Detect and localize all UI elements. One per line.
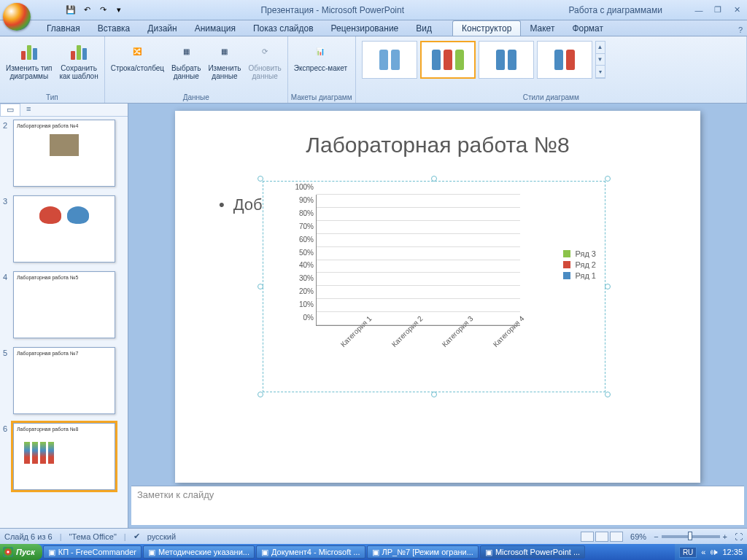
minimize-button[interactable]: — (692, 5, 706, 15)
ribbon: Изменить тип диаграммы Сохранить как шаб… (0, 36, 747, 104)
tab-slideshow[interactable]: Показ слайдов (244, 21, 322, 36)
chart-style-2[interactable] (420, 41, 476, 79)
taskbar-item[interactable]: ▣Microsoft PowerPoint ... (480, 545, 585, 559)
app-icon: ▣ (372, 548, 379, 557)
group-layouts-label: Макеты диаграмм (291, 93, 352, 103)
refresh-data-button[interactable]: ⟳ Обновить данные (245, 38, 284, 82)
taskbar-item[interactable]: ▣ЛР_№7 [Режим ограни... (367, 545, 479, 559)
zoom-out-icon[interactable]: − (654, 532, 658, 541)
group-data-label: Данные (108, 93, 285, 103)
normal-view-button[interactable] (581, 532, 594, 542)
fit-to-window-icon[interactable]: ⛶ (735, 532, 743, 541)
taskbar-item[interactable]: ▣Методические указани... (143, 545, 255, 559)
zoom-slider[interactable]: − + (654, 532, 727, 541)
x-tick-label: Категория 2 (390, 314, 424, 349)
refresh-icon: ⟳ (253, 39, 276, 63)
slide-canvas[interactable]: Лабораторная работа №8 Добавление диагра… (175, 111, 700, 483)
chart-legend[interactable]: Ряд 3Ряд 2Ряд 1 (563, 247, 596, 282)
y-tick-label: 100% (287, 183, 314, 191)
sorter-view-button[interactable] (595, 532, 608, 542)
chart-object[interactable]: Категория 1 Категория 2 Категория 3 Кате… (263, 181, 605, 392)
chart-plot-area[interactable]: Категория 1 Категория 2 Категория 3 Кате… (316, 195, 520, 326)
bar-column[interactable]: Категория 4 (481, 195, 508, 325)
taskbar-item[interactable]: ▣Документ4 - Microsoft ... (256, 545, 365, 559)
tab-chart-layout[interactable]: Макет (521, 21, 563, 36)
legend-item[interactable]: Ряд 1 (563, 271, 596, 280)
switch-icon: 🔀 (125, 39, 149, 63)
slide-thumbnail[interactable]: Лабораторная работа №5 (13, 271, 115, 338)
scroll-up-icon[interactable]: ▲ (596, 42, 605, 54)
thumb-tab-outline[interactable]: ≡ (20, 104, 36, 116)
restore-button[interactable]: ❐ (711, 5, 725, 15)
help-icon[interactable]: ? (734, 24, 747, 36)
chart-styles-gallery: ▲ ▼ ▾ (359, 38, 608, 82)
start-button[interactable]: Пуск (0, 544, 42, 560)
x-tick-label: Категория 1 (339, 314, 374, 349)
y-tick-label: 70% (287, 222, 314, 230)
slide-thumbnail[interactable]: Лабораторная работа №8 (13, 423, 115, 490)
zoom-in-icon[interactable]: + (723, 532, 727, 541)
slide-counter: Слайд 6 из 6 (4, 532, 53, 541)
tab-review[interactable]: Рецензирование (322, 21, 408, 36)
y-tick-label: 80% (287, 209, 314, 217)
context-tool-title: Работа с диаграммами (540, 5, 692, 15)
legend-item[interactable]: Ряд 2 (563, 260, 596, 269)
app-icon: ▣ (148, 548, 155, 557)
switch-row-col-button[interactable]: 🔀 Строка/столбец (108, 38, 167, 74)
language-indicator[interactable]: RU (679, 547, 697, 558)
y-tick-label: 0% (287, 314, 314, 322)
notes-pane[interactable]: Заметки к слайду (131, 486, 744, 525)
gallery-more-icon[interactable]: ▾ (596, 66, 605, 78)
app-icon: ▣ (261, 548, 268, 557)
save-as-template-button[interactable]: Сохранить как шаблон (56, 38, 101, 82)
save-icon[interactable]: 💾 (64, 4, 77, 17)
slide-thumbnail[interactable]: Лабораторная работа №7 (13, 347, 115, 414)
zoom-percent[interactable]: 69% (630, 532, 646, 541)
legend-item[interactable]: Ряд 3 (563, 249, 596, 258)
tab-chart-format[interactable]: Формат (563, 21, 612, 36)
y-tick-label: 10% (287, 300, 314, 308)
theme-name: "Тема Office" (69, 532, 117, 541)
office-button[interactable] (3, 1, 32, 19)
bar-column[interactable]: Категория 2 (380, 195, 406, 325)
quick-layout-button[interactable]: 📊 Экспресс-макет (291, 38, 350, 74)
tray-icon[interactable]: 🕪 (710, 548, 718, 556)
tray-expand-icon[interactable]: « (701, 548, 705, 556)
slideshow-view-button[interactable] (610, 532, 623, 542)
tab-design[interactable]: Дизайн (139, 21, 185, 36)
tab-animation[interactable]: Анимация (186, 21, 244, 36)
tab-insert[interactable]: Вставка (89, 21, 139, 36)
change-chart-type-button[interactable]: Изменить тип диаграммы (3, 38, 55, 82)
taskbar-item[interactable]: ▣КП - FreeCommander (43, 545, 142, 559)
qat-dropdown-icon[interactable]: ▾ (112, 4, 125, 17)
chart-style-3[interactable] (479, 41, 534, 79)
chart-style-1[interactable] (362, 41, 417, 79)
select-data-button[interactable]: ▦ Выбрать данные (169, 38, 204, 82)
y-tick-label: 20% (287, 287, 314, 295)
chart-style-4[interactable] (537, 41, 592, 79)
undo-icon[interactable]: ↶ (80, 4, 93, 17)
thumb-tab-slides[interactable]: ▭ (0, 104, 20, 116)
slide-title[interactable]: Лабораторная работа №8 (204, 133, 671, 158)
spellcheck-icon[interactable]: ✔ (133, 532, 140, 541)
language-status[interactable]: русский (147, 532, 176, 541)
redo-icon[interactable]: ↷ (96, 4, 109, 17)
tab-home[interactable]: Главная (38, 21, 89, 36)
bar-column[interactable]: Категория 1 (329, 195, 355, 325)
bar-column[interactable]: Категория 3 (430, 195, 457, 325)
clock[interactable]: 12:35 (722, 548, 743, 556)
x-tick-label: Категория 3 (441, 314, 475, 349)
thumb-number: 4 (3, 271, 13, 338)
close-button[interactable]: ✕ (729, 5, 744, 15)
slide-thumbnail[interactable] (13, 195, 115, 262)
thumb-number: 2 (3, 120, 13, 187)
edit-data-button[interactable]: ▦ Изменить данные (205, 38, 244, 82)
tab-chart-design[interactable]: Конструктор (452, 20, 521, 36)
x-tick-label: Категория 4 (492, 314, 526, 349)
title-bar: 💾 ↶ ↷ ▾ Презентация - Microsoft PowerPoi… (0, 0, 747, 20)
gallery-scroll[interactable]: ▲ ▼ ▾ (595, 41, 605, 79)
window-title: Презентация - Microsoft PowerPoint (125, 5, 540, 15)
slide-thumbnail[interactable]: Лабораторная работа №4 (13, 120, 115, 187)
tab-view[interactable]: Вид (407, 21, 441, 36)
scroll-down-icon[interactable]: ▼ (596, 54, 605, 66)
